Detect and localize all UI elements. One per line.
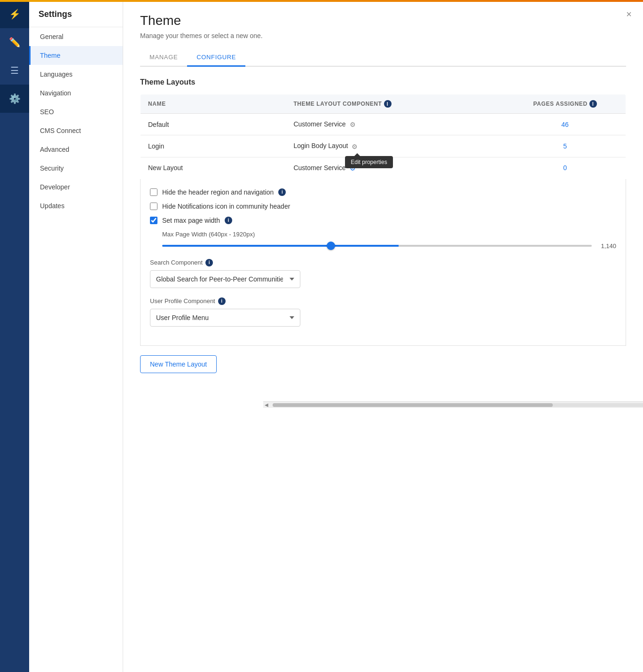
tab-configure[interactable]: CONFIGURE (187, 49, 245, 67)
table-row: Default Customer Service ⚙ 46 (141, 114, 626, 135)
scrollbar-arrow-left[interactable]: ◀ (263, 402, 270, 408)
nav-item-cms-connect[interactable]: CMS Connect (29, 121, 123, 140)
user-profile-component-label: User Profile Component i (150, 297, 616, 305)
sidebar-icon-edit[interactable]: ✏️ (0, 28, 29, 56)
max-page-width-slider[interactable] (162, 245, 592, 247)
th-component: THEME LAYOUT COMPONENT i (286, 94, 504, 114)
tab-manage[interactable]: MANAGE (140, 49, 187, 67)
tabs-bar: MANAGE CONFIGURE (140, 49, 626, 67)
gear-icon: ⚙️ (9, 93, 21, 104)
hide-notifications-label: Hide Notifications icon in community hea… (162, 203, 290, 210)
nav-item-security[interactable]: Security (29, 159, 123, 178)
edit-properties-tooltip: Edit properties (345, 156, 392, 168)
new-theme-layout-button[interactable]: New Theme Layout (140, 355, 217, 373)
nav-item-languages[interactable]: Languages (29, 65, 123, 84)
pages-header-info-icon[interactable]: i (589, 100, 597, 108)
hide-header-checkbox[interactable] (150, 188, 157, 196)
user-profile-component-info-icon[interactable]: i (218, 297, 226, 305)
search-component-info-icon[interactable]: i (205, 259, 213, 266)
table-row: Login Login Body Layout ⚙ Edit propertie… (141, 135, 626, 157)
user-profile-component-select[interactable]: User Profile Menu (150, 309, 300, 327)
gear-icon-login[interactable]: ⚙ (352, 143, 358, 150)
component-header-info-icon[interactable]: i (384, 100, 392, 108)
close-button[interactable]: × (626, 9, 632, 19)
search-component-label: Search Component i (150, 259, 616, 266)
section-title: Theme Layouts (140, 78, 626, 86)
slider-value: 1,140 (597, 242, 616, 250)
slider-section: Max Page Width (640px - 1920px) 1,140 (150, 231, 616, 250)
settings-panel: Settings General Theme Languages Navigat… (29, 0, 123, 672)
row-name-default: Default (141, 114, 286, 135)
checkbox-row-hide-header: Hide the header region and navigation i (150, 188, 616, 196)
main-content: × Theme Manage your themes or select a n… (123, 0, 643, 672)
nav-item-theme[interactable]: Theme (29, 46, 123, 65)
set-max-width-label: Set max page width (162, 217, 220, 224)
icon-sidebar: ⚡ ✏️ ☰ ⚙️ (0, 0, 29, 672)
nav-item-advanced[interactable]: Advanced (29, 140, 123, 159)
top-bar (0, 0, 643, 2)
user-profile-component-section: User Profile Component i User Profile Me… (150, 297, 616, 327)
tooltip-wrapper-login: ⚙ Edit properties (350, 142, 358, 150)
scrollbar-thumb[interactable] (273, 403, 553, 407)
row-pages-default[interactable]: 46 (504, 114, 626, 135)
menu-icon: ☰ (10, 65, 19, 76)
row-name-newlayout: New Layout (141, 157, 286, 179)
sidebar-icon-lightning[interactable]: ⚡ (0, 0, 29, 28)
sidebar-icon-gear[interactable]: ⚙️ (0, 85, 29, 113)
page-subtitle: Manage your themes or select a new one. (140, 32, 626, 39)
nav-item-general[interactable]: General (29, 27, 123, 46)
gear-icon-default[interactable]: ⚙ (350, 121, 356, 128)
nav-item-seo[interactable]: SEO (29, 102, 123, 121)
row-component-default: Customer Service ⚙ (286, 114, 504, 135)
settings-section: Hide the header region and navigation i … (140, 179, 626, 346)
row-pages-login[interactable]: 5 (504, 135, 626, 157)
checkbox-row-hide-notifications: Hide Notifications icon in community hea… (150, 203, 616, 210)
scrollbar-track (273, 403, 643, 407)
hide-header-label: Hide the header region and navigation (162, 188, 274, 196)
checkbox-row-set-max-width: Set max page width i (150, 217, 616, 224)
edit-icon: ✏️ (9, 37, 21, 48)
row-name-login: Login (141, 135, 286, 157)
set-max-width-info-icon[interactable]: i (225, 217, 232, 224)
slider-label: Max Page Width (640px - 1920px) (162, 231, 616, 238)
th-name: NAME (141, 94, 286, 114)
page-title: Theme (140, 13, 626, 28)
settings-title: Settings (29, 0, 123, 27)
nav-item-navigation[interactable]: Navigation (29, 84, 123, 102)
set-max-width-checkbox[interactable] (150, 217, 157, 224)
nav-item-updates[interactable]: Updates (29, 196, 123, 215)
search-component-section: Search Component i Global Search for Pee… (150, 259, 616, 288)
lightning-icon: ⚡ (9, 8, 21, 20)
hide-header-info-icon[interactable]: i (278, 188, 286, 196)
th-pages: PAGES ASSIGNED i (504, 94, 626, 114)
search-component-select[interactable]: Global Search for Peer-to-Peer Communiti… (150, 270, 300, 288)
row-component-newlayout: Customer Service ⚙ (286, 157, 504, 179)
bottom-scrollbar: ◀ ▶ (263, 401, 643, 408)
table-header-row: NAME THEME LAYOUT COMPONENT i PAGES ASSI… (141, 94, 626, 114)
row-component-login: Login Body Layout ⚙ Edit properties (286, 135, 504, 157)
hide-notifications-checkbox[interactable] (150, 203, 157, 210)
sidebar-icon-menu[interactable]: ☰ (0, 56, 29, 85)
nav-item-developer[interactable]: Developer (29, 178, 123, 196)
slider-row: 1,140 (162, 242, 616, 250)
row-pages-newlayout[interactable]: 0 (504, 157, 626, 179)
theme-table: NAME THEME LAYOUT COMPONENT i PAGES ASSI… (140, 94, 626, 179)
